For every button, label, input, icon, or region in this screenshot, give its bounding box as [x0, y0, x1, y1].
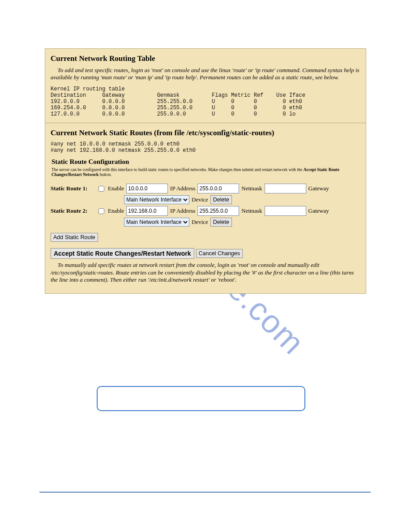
static-route-row-2: Static Route 2: Enable IP Address Netmas…: [51, 206, 360, 216]
static-route-row-1b: Main Network Interface Device Delete: [124, 195, 360, 204]
route2-label: Static Route 2:: [51, 207, 94, 215]
device-label: Device: [192, 196, 208, 203]
config-panel: Current Network Routing Table To add and…: [45, 48, 366, 294]
route1-enable-checkbox[interactable]: [98, 186, 104, 192]
routing-title: Current Network Routing Table: [51, 54, 360, 63]
route2-device-select[interactable]: Main Network Interface: [124, 218, 189, 227]
route2-enable-checkbox[interactable]: [98, 208, 104, 214]
route1-gateway-input[interactable]: [265, 184, 306, 193]
config-title: Static Route Configuration: [51, 158, 360, 166]
ip-label-2: IP Address: [170, 207, 195, 215]
config-desc-a: The server can be configured with this i…: [51, 167, 304, 172]
route1-device-select[interactable]: Main Network Interface: [124, 195, 189, 204]
route1-netmask-input[interactable]: [197, 184, 239, 193]
route1-ip-input[interactable]: [126, 184, 168, 193]
route1-label: Static Route 1:: [51, 185, 94, 192]
route2-ip-input[interactable]: [126, 206, 168, 216]
enable-label-2: Enable: [108, 207, 124, 215]
netmask-label: Netmask: [241, 185, 262, 192]
highlight-callout-box: [97, 386, 305, 411]
device-label-2: Device: [192, 219, 208, 226]
routing-intro: To add and test specific routes, login a…: [51, 67, 360, 82]
config-footnote: To manually add specific routes at netwo…: [51, 262, 360, 283]
static-route-row-1: Static Route 1: Enable IP Address Netmas…: [51, 184, 360, 193]
static-routes-output: #any net 10.0.0.0 netmask 255.0.0.0 eth0…: [51, 141, 360, 154]
ip-label: IP Address: [170, 185, 195, 192]
config-desc-c: button.: [98, 172, 111, 177]
footer-rule: [39, 492, 371, 493]
config-description: The server can be configured with this i…: [51, 167, 360, 178]
static-routes-title: Current Network Static Routes (from file…: [51, 129, 360, 137]
static-routes-section: Current Network Static Routes (from file…: [45, 123, 366, 294]
accept-restart-button[interactable]: Accept Static Route Changes/Restart Netw…: [51, 248, 194, 259]
gateway-label-2: Gateway: [308, 207, 329, 215]
static-route-row-2b: Main Network Interface Device Delete: [124, 218, 360, 227]
add-static-route-button[interactable]: Add Static Route: [51, 233, 98, 242]
cancel-changes-button[interactable]: Cancel Changes: [196, 249, 243, 258]
route2-delete-button[interactable]: Delete: [210, 218, 232, 227]
gateway-label: Gateway: [308, 185, 329, 192]
routing-table-output: Kernel IP routing table Destination Gate…: [51, 86, 360, 117]
netmask-label-2: Netmask: [241, 207, 262, 215]
enable-label: Enable: [108, 185, 124, 192]
route2-gateway-input[interactable]: [265, 206, 306, 216]
route2-netmask-input[interactable]: [197, 206, 239, 216]
route1-delete-button[interactable]: Delete: [210, 195, 232, 204]
routing-table-section: Current Network Routing Table To add and…: [45, 49, 366, 123]
